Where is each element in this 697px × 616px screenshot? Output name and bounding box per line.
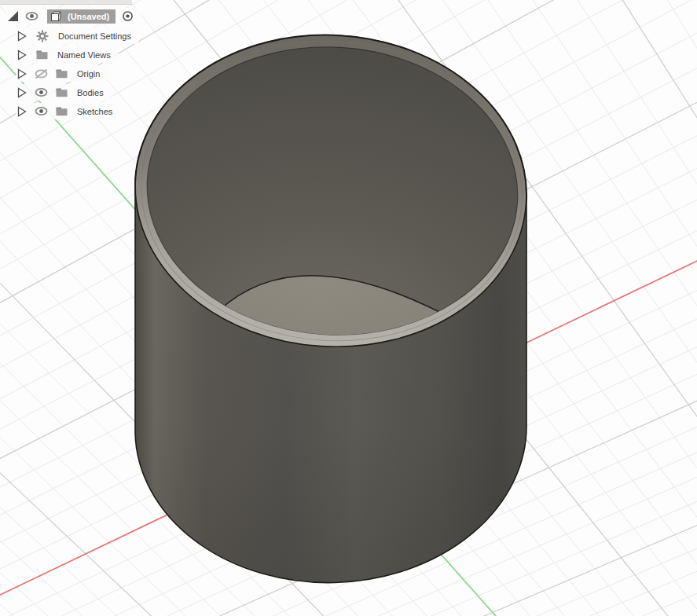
row-label: Named Views bbox=[57, 50, 111, 60]
browser-row-named-views[interactable]: Named Views bbox=[16, 46, 118, 63]
component-cube-icon bbox=[50, 10, 61, 22]
expander-triangle-icon[interactable] bbox=[17, 68, 27, 79]
expander-triangle-icon[interactable] bbox=[17, 106, 27, 117]
browser-row-sketches[interactable]: Sketches bbox=[16, 103, 119, 119]
gear-icon bbox=[36, 30, 49, 42]
document-title: (Unsaved) bbox=[68, 12, 109, 21]
folder-icon bbox=[56, 88, 68, 97]
folder-icon bbox=[56, 107, 68, 116]
radio-active-icon[interactable] bbox=[122, 10, 134, 22]
folder-icon bbox=[36, 50, 48, 60]
browser-row-bodies[interactable]: Bodies bbox=[16, 84, 111, 101]
eye-icon[interactable] bbox=[35, 106, 48, 116]
row-label: Sketches bbox=[77, 107, 112, 116]
folder-icon bbox=[56, 69, 68, 79]
eye-icon[interactable] bbox=[35, 87, 48, 97]
selected-document-highlight[interactable]: (Unsaved) bbox=[47, 9, 116, 24]
toolbar-edge-strip bbox=[0, 0, 132, 5]
eye-slash-icon[interactable] bbox=[35, 68, 48, 79]
row-label: Document Settings bbox=[58, 31, 131, 41]
browser-row-document-settings[interactable]: Document Settings bbox=[16, 28, 138, 44]
fusion-viewport-window: (Unsaved) bbox=[0, 0, 697, 616]
expander-triangle-icon[interactable] bbox=[17, 87, 27, 98]
eye-icon[interactable] bbox=[25, 11, 39, 21]
browser-row-document-root[interactable]: (Unsaved) bbox=[6, 8, 141, 24]
expander-triangle-icon[interactable] bbox=[17, 50, 27, 60]
expander-triangle-icon[interactable] bbox=[17, 31, 27, 42]
model-body-cylinder[interactable] bbox=[126, 24, 535, 582]
row-label: Origin bbox=[77, 69, 100, 79]
row-label: Bodies bbox=[77, 88, 104, 97]
browser-row-origin[interactable]: Origin bbox=[16, 65, 107, 82]
triangle-expanded-icon[interactable] bbox=[7, 10, 19, 22]
